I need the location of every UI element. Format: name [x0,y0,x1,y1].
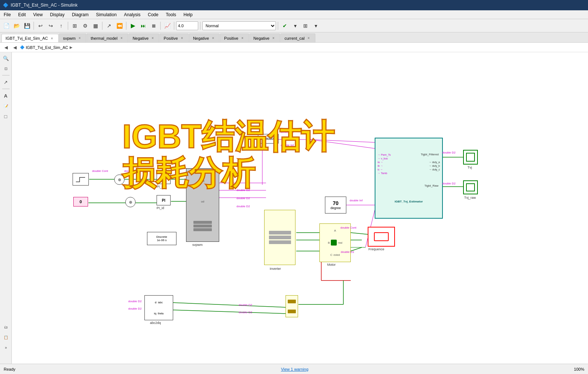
up-btn[interactable]: ↑ [56,21,66,31]
check-btn[interactable]: ✔ [280,21,290,31]
menu-item-tools[interactable]: Tools [162,11,180,18]
abc2dq-block[interactable]: diabc iqtheta [144,295,173,320]
menu-item-edit[interactable]: Edit [14,11,29,18]
sep2 [68,22,68,30]
rect-btn[interactable]: □ [1,112,10,121]
redo-btn[interactable]: ↪ [46,21,56,31]
menu-item-view[interactable]: View [29,11,46,18]
simulation-mode-dropdown[interactable]: NormalAcceleratorRapid AcceleratorSoftwa… [202,21,276,30]
breadcrumb-bar: ◀ ◀ 🔷 IGBT_Tvj_Est_Sim_AC ▶ [0,43,588,52]
open-btn[interactable]: 📂 [12,21,21,31]
expand-btn[interactable]: » [1,343,10,352]
tab-svpwm-1[interactable]: svpwm× [59,33,86,42]
inv8000-block[interactable]: 1/8000 [258,134,279,144]
fit-btn[interactable]: ⊡ [1,64,10,73]
tab-close-1[interactable]: × [77,36,82,41]
tab-close-4[interactable]: × [179,36,185,41]
block-btn[interactable]: ⊞ [70,21,80,31]
pi-iq-label: PI_iq [157,185,164,188]
discrete-block[interactable]: Discrete1e-06 s [147,232,176,245]
tab-current_cal-8[interactable]: current_cal× [280,33,315,42]
inverter-block[interactable] [264,210,295,265]
breadcrumb-nav-left[interactable]: ◀ [2,44,10,51]
model-browser-btn[interactable]: 🗂 [1,322,10,331]
svg-line-20 [351,233,369,234]
breadcrumb-path: IGBT_Tvj_Est_Sim_AC [26,45,68,50]
mux-block[interactable] [286,295,298,317]
menu-item-simulation[interactable]: Simulation [92,11,120,18]
tab-negative-5[interactable]: Negative× [189,33,220,42]
frequence-label: Frequence [368,247,384,251]
stop-btn[interactable]: ⏹ [149,21,158,31]
grid-btn[interactable]: ⊞ [301,21,310,31]
arrow-btn[interactable]: ↗ [104,21,114,31]
svg-line-28 [172,303,287,307]
tab-negative-7[interactable]: Negative× [249,33,280,42]
tab-close-3[interactable]: × [150,36,155,41]
breadcrumb-nav-right[interactable]: ◀ [11,44,18,51]
tab-close-0[interactable]: × [49,36,55,41]
tab-bar: IGBT_Tvj_Est_Sim_AC×svpwm×thermal_model×… [0,32,588,43]
tigbt-raw-label: Tigbt_Raw [424,184,438,187]
menu-item-code[interactable]: Code [144,11,162,18]
tab-close-8[interactable]: × [306,36,311,41]
const0-block[interactable]: 0 [73,197,88,207]
settings-btn[interactable]: ⚙ [80,21,90,31]
label-double-d2-tvj: double D2 [442,151,455,154]
label-double-inf1: double Inf [281,130,294,134]
svpwm-block[interactable]: uq ud [186,168,219,242]
sidebar-sep2 [2,89,10,89]
tvj-raw-block[interactable] [463,180,478,194]
degree70-block[interactable]: 70 degree [325,197,346,214]
scope-btn[interactable]: 📈 [162,21,172,31]
menu-item-diagram[interactable]: Diagram [68,11,92,18]
menu-item-analysis[interactable]: Analysis [120,11,144,18]
svg-line-13 [310,140,377,142]
text-tool-btn[interactable]: A [1,91,10,100]
sum2-block[interactable]: ⊕ [125,197,136,207]
tab-close-5[interactable]: × [210,36,216,41]
menu-bar: FileEditViewDisplayDiagramSimulationAnal… [0,10,588,19]
pi-id-block[interactable]: PI [157,195,171,205]
pi-iq-block[interactable]: PI [157,174,171,184]
step-btn[interactable]: ⏭ [139,21,148,31]
sim-time-input[interactable] [176,21,198,30]
tab-close-7[interactable]: × [271,36,276,41]
igbt-estimator-block[interactable]: → Pwm_Ts → v_bus ia →→ duty_a ib →→ duty… [375,138,443,219]
sum1-block[interactable]: ⊕ [114,174,125,185]
step-back-btn[interactable]: ⏪ [115,21,124,31]
menu-item-help[interactable]: Help [180,11,196,18]
annotation-btn[interactable]: 📝 [1,102,10,110]
canvas[interactable]: ⊕ PI PI_iq 0 ⊕ PI PI_id uq ud svpwm Disc… [12,52,588,364]
svg-line-14 [310,140,377,149]
zoom-in-btn[interactable]: 🔍 [1,54,10,63]
menu-item-display[interactable]: Display [46,11,68,18]
tab-close-6[interactable]: × [240,36,245,41]
undo-btn[interactable]: ↩ [36,21,45,31]
tab-negative-3[interactable]: Negative× [129,33,159,42]
grid-dropdown-btn[interactable]: ▾ [311,21,321,31]
label-double-d2-bot1: double D2 [239,303,252,307]
arrow-tool-btn[interactable]: ↗ [1,78,10,87]
property-btn[interactable]: 📋 [1,333,10,342]
tab-thermal_model-2[interactable]: thermal_model× [87,33,128,42]
check-dropdown-btn[interactable]: ▾ [290,21,300,31]
new-btn[interactable]: 📄 [1,21,11,31]
step-block[interactable] [73,173,89,186]
tab-igbt_tvj_est_sim_ac-0[interactable]: IGBT_Tvj_Est_Sim_AC× [1,34,59,43]
wire-layer [12,52,588,364]
run-btn[interactable]: ▶ [128,21,138,31]
settings2-btn[interactable]: ▦ [91,21,100,31]
svpwm-label: svpwm [192,243,203,247]
save-btn[interactable]: 💾 [22,21,32,31]
title-text: IGBT_Tvj_Est_Sim_AC - Simulink [11,3,77,8]
tab-positive-6[interactable]: Positive× [220,33,249,42]
tvj-label: Tvj [468,166,472,169]
svg-line-29 [172,310,287,314]
frequence-block[interactable] [368,227,395,247]
menu-item-file[interactable]: File [0,11,14,18]
warning-text[interactable]: View 1 warning [281,367,308,371]
tab-positive-4[interactable]: Positive× [160,33,189,42]
tab-close-2[interactable]: × [119,36,124,41]
tvj-out-block[interactable] [463,150,478,165]
